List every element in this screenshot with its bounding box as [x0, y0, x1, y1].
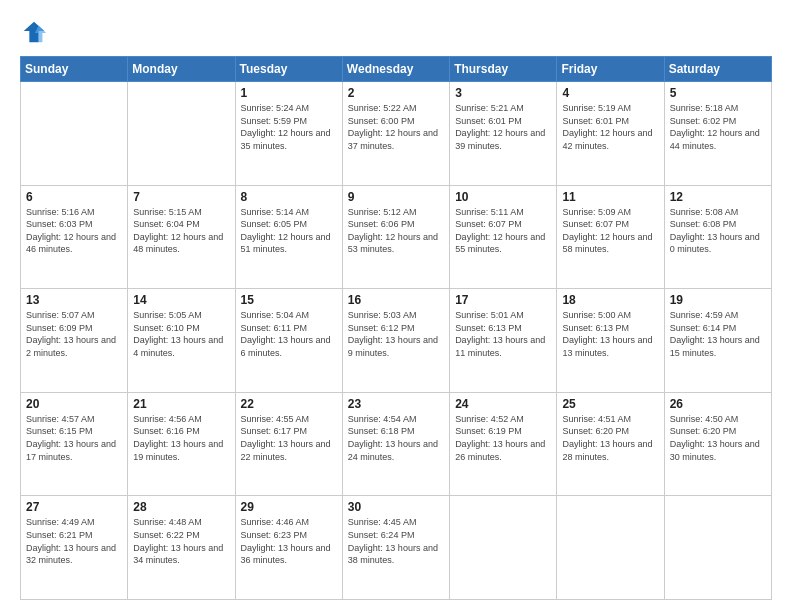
day-info: Sunrise: 5:22 AM Sunset: 6:00 PM Dayligh… — [348, 102, 444, 152]
calendar-cell: 23Sunrise: 4:54 AM Sunset: 6:18 PM Dayli… — [342, 392, 449, 496]
calendar-cell: 21Sunrise: 4:56 AM Sunset: 6:16 PM Dayli… — [128, 392, 235, 496]
day-number: 12 — [670, 190, 766, 204]
weekday-header-thursday: Thursday — [450, 57, 557, 82]
day-number: 24 — [455, 397, 551, 411]
weekday-header-row: SundayMondayTuesdayWednesdayThursdayFrid… — [21, 57, 772, 82]
calendar-cell: 15Sunrise: 5:04 AM Sunset: 6:11 PM Dayli… — [235, 289, 342, 393]
day-info: Sunrise: 4:52 AM Sunset: 6:19 PM Dayligh… — [455, 413, 551, 463]
day-info: Sunrise: 5:16 AM Sunset: 6:03 PM Dayligh… — [26, 206, 122, 256]
day-number: 16 — [348, 293, 444, 307]
calendar-cell: 24Sunrise: 4:52 AM Sunset: 6:19 PM Dayli… — [450, 392, 557, 496]
day-number: 26 — [670, 397, 766, 411]
day-info: Sunrise: 5:12 AM Sunset: 6:06 PM Dayligh… — [348, 206, 444, 256]
day-number: 25 — [562, 397, 658, 411]
day-info: Sunrise: 5:19 AM Sunset: 6:01 PM Dayligh… — [562, 102, 658, 152]
day-number: 9 — [348, 190, 444, 204]
calendar-cell: 5Sunrise: 5:18 AM Sunset: 6:02 PM Daylig… — [664, 82, 771, 186]
calendar-cell: 17Sunrise: 5:01 AM Sunset: 6:13 PM Dayli… — [450, 289, 557, 393]
day-number: 3 — [455, 86, 551, 100]
day-info: Sunrise: 5:07 AM Sunset: 6:09 PM Dayligh… — [26, 309, 122, 359]
week-row-4: 20Sunrise: 4:57 AM Sunset: 6:15 PM Dayli… — [21, 392, 772, 496]
day-number: 19 — [670, 293, 766, 307]
day-number: 11 — [562, 190, 658, 204]
day-info: Sunrise: 4:45 AM Sunset: 6:24 PM Dayligh… — [348, 516, 444, 566]
day-number: 5 — [670, 86, 766, 100]
week-row-2: 6Sunrise: 5:16 AM Sunset: 6:03 PM Daylig… — [21, 185, 772, 289]
calendar-cell: 25Sunrise: 4:51 AM Sunset: 6:20 PM Dayli… — [557, 392, 664, 496]
day-number: 1 — [241, 86, 337, 100]
day-number: 17 — [455, 293, 551, 307]
day-info: Sunrise: 4:48 AM Sunset: 6:22 PM Dayligh… — [133, 516, 229, 566]
calendar-cell — [128, 82, 235, 186]
weekday-header-tuesday: Tuesday — [235, 57, 342, 82]
day-number: 23 — [348, 397, 444, 411]
day-number: 10 — [455, 190, 551, 204]
day-info: Sunrise: 5:00 AM Sunset: 6:13 PM Dayligh… — [562, 309, 658, 359]
day-info: Sunrise: 4:59 AM Sunset: 6:14 PM Dayligh… — [670, 309, 766, 359]
calendar-cell: 1Sunrise: 5:24 AM Sunset: 5:59 PM Daylig… — [235, 82, 342, 186]
calendar-cell: 26Sunrise: 4:50 AM Sunset: 6:20 PM Dayli… — [664, 392, 771, 496]
day-number: 29 — [241, 500, 337, 514]
calendar-cell: 8Sunrise: 5:14 AM Sunset: 6:05 PM Daylig… — [235, 185, 342, 289]
day-number: 22 — [241, 397, 337, 411]
calendar-cell: 29Sunrise: 4:46 AM Sunset: 6:23 PM Dayli… — [235, 496, 342, 600]
day-number: 4 — [562, 86, 658, 100]
weekday-header-friday: Friday — [557, 57, 664, 82]
calendar-cell: 19Sunrise: 4:59 AM Sunset: 6:14 PM Dayli… — [664, 289, 771, 393]
day-info: Sunrise: 5:14 AM Sunset: 6:05 PM Dayligh… — [241, 206, 337, 256]
logo — [20, 18, 52, 46]
calendar-cell: 9Sunrise: 5:12 AM Sunset: 6:06 PM Daylig… — [342, 185, 449, 289]
day-info: Sunrise: 4:55 AM Sunset: 6:17 PM Dayligh… — [241, 413, 337, 463]
weekday-header-sunday: Sunday — [21, 57, 128, 82]
day-number: 14 — [133, 293, 229, 307]
week-row-3: 13Sunrise: 5:07 AM Sunset: 6:09 PM Dayli… — [21, 289, 772, 393]
calendar-cell: 18Sunrise: 5:00 AM Sunset: 6:13 PM Dayli… — [557, 289, 664, 393]
day-info: Sunrise: 5:24 AM Sunset: 5:59 PM Dayligh… — [241, 102, 337, 152]
day-number: 20 — [26, 397, 122, 411]
day-info: Sunrise: 5:05 AM Sunset: 6:10 PM Dayligh… — [133, 309, 229, 359]
day-number: 28 — [133, 500, 229, 514]
day-number: 13 — [26, 293, 122, 307]
calendar-cell: 2Sunrise: 5:22 AM Sunset: 6:00 PM Daylig… — [342, 82, 449, 186]
calendar-cell: 30Sunrise: 4:45 AM Sunset: 6:24 PM Dayli… — [342, 496, 449, 600]
day-number: 30 — [348, 500, 444, 514]
day-info: Sunrise: 5:01 AM Sunset: 6:13 PM Dayligh… — [455, 309, 551, 359]
calendar-cell: 7Sunrise: 5:15 AM Sunset: 6:04 PM Daylig… — [128, 185, 235, 289]
page: SundayMondayTuesdayWednesdayThursdayFrid… — [0, 0, 792, 612]
day-info: Sunrise: 4:46 AM Sunset: 6:23 PM Dayligh… — [241, 516, 337, 566]
week-row-5: 27Sunrise: 4:49 AM Sunset: 6:21 PM Dayli… — [21, 496, 772, 600]
calendar-cell: 16Sunrise: 5:03 AM Sunset: 6:12 PM Dayli… — [342, 289, 449, 393]
day-number: 2 — [348, 86, 444, 100]
day-number: 6 — [26, 190, 122, 204]
calendar-table: SundayMondayTuesdayWednesdayThursdayFrid… — [20, 56, 772, 600]
calendar-cell: 13Sunrise: 5:07 AM Sunset: 6:09 PM Dayli… — [21, 289, 128, 393]
calendar-cell — [557, 496, 664, 600]
calendar-cell: 28Sunrise: 4:48 AM Sunset: 6:22 PM Dayli… — [128, 496, 235, 600]
calendar-cell — [450, 496, 557, 600]
calendar-cell: 10Sunrise: 5:11 AM Sunset: 6:07 PM Dayli… — [450, 185, 557, 289]
calendar-cell: 14Sunrise: 5:05 AM Sunset: 6:10 PM Dayli… — [128, 289, 235, 393]
logo-icon — [20, 18, 48, 46]
day-info: Sunrise: 5:15 AM Sunset: 6:04 PM Dayligh… — [133, 206, 229, 256]
calendar-cell: 22Sunrise: 4:55 AM Sunset: 6:17 PM Dayli… — [235, 392, 342, 496]
calendar-cell — [664, 496, 771, 600]
day-info: Sunrise: 5:03 AM Sunset: 6:12 PM Dayligh… — [348, 309, 444, 359]
day-info: Sunrise: 5:18 AM Sunset: 6:02 PM Dayligh… — [670, 102, 766, 152]
day-info: Sunrise: 4:51 AM Sunset: 6:20 PM Dayligh… — [562, 413, 658, 463]
day-info: Sunrise: 4:57 AM Sunset: 6:15 PM Dayligh… — [26, 413, 122, 463]
day-info: Sunrise: 4:50 AM Sunset: 6:20 PM Dayligh… — [670, 413, 766, 463]
day-info: Sunrise: 5:04 AM Sunset: 6:11 PM Dayligh… — [241, 309, 337, 359]
day-info: Sunrise: 4:49 AM Sunset: 6:21 PM Dayligh… — [26, 516, 122, 566]
calendar-cell — [21, 82, 128, 186]
day-info: Sunrise: 5:21 AM Sunset: 6:01 PM Dayligh… — [455, 102, 551, 152]
day-number: 27 — [26, 500, 122, 514]
calendar-cell: 11Sunrise: 5:09 AM Sunset: 6:07 PM Dayli… — [557, 185, 664, 289]
calendar-cell: 12Sunrise: 5:08 AM Sunset: 6:08 PM Dayli… — [664, 185, 771, 289]
day-info: Sunrise: 4:56 AM Sunset: 6:16 PM Dayligh… — [133, 413, 229, 463]
weekday-header-wednesday: Wednesday — [342, 57, 449, 82]
day-number: 21 — [133, 397, 229, 411]
weekday-header-monday: Monday — [128, 57, 235, 82]
calendar-cell: 27Sunrise: 4:49 AM Sunset: 6:21 PM Dayli… — [21, 496, 128, 600]
calendar-cell: 4Sunrise: 5:19 AM Sunset: 6:01 PM Daylig… — [557, 82, 664, 186]
calendar-cell: 6Sunrise: 5:16 AM Sunset: 6:03 PM Daylig… — [21, 185, 128, 289]
